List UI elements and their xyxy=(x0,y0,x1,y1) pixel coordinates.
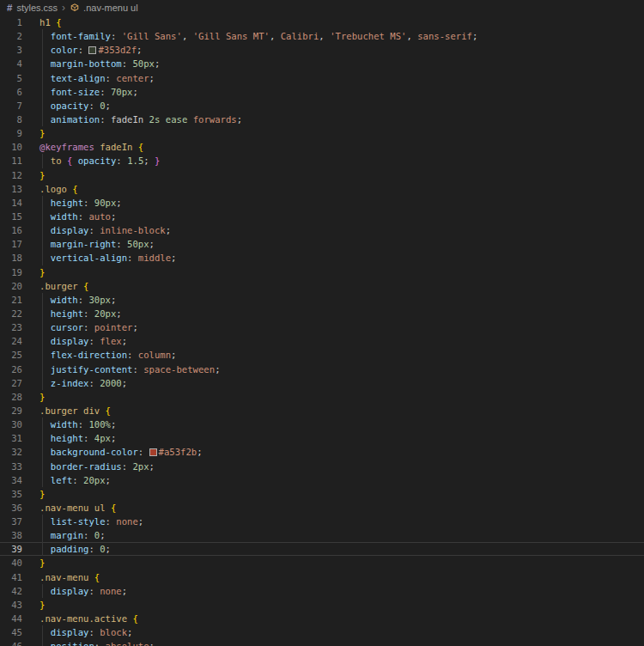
code-text[interactable]: .nav-menu.active { xyxy=(39,612,644,625)
code-text[interactable]: color: #353d2f; xyxy=(39,43,644,57)
code-text[interactable]: .nav-menu { xyxy=(39,570,644,584)
code-text[interactable]: @keyframes fadeIn { xyxy=(39,140,644,154)
line-number[interactable]: 16 xyxy=(0,223,39,237)
line-number[interactable]: 8 xyxy=(0,113,39,126)
code-text[interactable]: margin-bottom: 50px; xyxy=(39,57,644,70)
line-number[interactable]: 9 xyxy=(0,126,39,140)
code-line[interactable]: 45 display: block; xyxy=(0,625,644,639)
code-line[interactable]: 36.nav-menu ul { xyxy=(0,501,644,515)
code-text[interactable]: opacity: 0; xyxy=(39,99,644,113)
code-text[interactable]: } xyxy=(39,598,644,612)
line-number[interactable]: 25 xyxy=(0,348,39,362)
code-line[interactable]: 46 position: absolute; xyxy=(0,639,644,646)
code-text[interactable]: background-color: #a53f2b; xyxy=(39,445,644,459)
code-line[interactable]: 37 list-style: none; xyxy=(0,515,644,528)
code-line[interactable]: 30 width: 100%; xyxy=(0,417,644,431)
code-text[interactable]: padding: 0; xyxy=(39,542,644,556)
code-line[interactable]: 12} xyxy=(0,168,644,182)
code-text[interactable]: h1 { xyxy=(39,15,644,29)
code-line[interactable]: 20.burger { xyxy=(0,279,644,293)
code-text[interactable]: animation: fadeIn 2s ease forwards; xyxy=(39,113,644,126)
code-line[interactable]: 42 display: none; xyxy=(0,584,644,598)
line-number[interactable]: 4 xyxy=(0,57,39,70)
code-line[interactable]: 15 width: auto; xyxy=(0,210,644,223)
code-text[interactable]: text-align: center; xyxy=(39,71,644,85)
code-line[interactable]: 10@keyframes fadeIn { xyxy=(0,140,644,154)
line-number[interactable]: 32 xyxy=(0,445,39,459)
code-text[interactable]: } xyxy=(39,168,644,182)
code-line[interactable]: 31 height: 4px; xyxy=(0,431,644,445)
code-line[interactable]: 7 opacity: 0; xyxy=(0,99,644,113)
code-line[interactable]: 29.burger div { xyxy=(0,404,644,417)
line-number[interactable]: 6 xyxy=(0,85,39,99)
code-line[interactable]: 2 font-family: 'Gill Sans', 'Gill Sans M… xyxy=(0,29,644,43)
code-text[interactable]: border-radius: 2px; xyxy=(39,460,644,473)
code-text[interactable]: width: 30px; xyxy=(39,293,644,307)
code-line[interactable]: 38 margin: 0; xyxy=(0,528,644,542)
code-text[interactable]: cursor: pointer; xyxy=(39,320,644,334)
color-swatch[interactable] xyxy=(149,448,157,456)
code-line[interactable]: 3 color: #353d2f; xyxy=(0,43,644,57)
line-number[interactable]: 2 xyxy=(0,29,39,43)
code-line[interactable]: 26 justify-content: space-between; xyxy=(0,363,644,376)
code-text[interactable]: left: 20px; xyxy=(39,473,644,487)
code-text[interactable]: flex-direction: column; xyxy=(39,348,644,362)
code-line[interactable]: 1h1 { xyxy=(0,15,644,29)
line-number[interactable]: 46 xyxy=(0,639,39,646)
code-line[interactable]: 24 display: flex; xyxy=(0,334,644,348)
code-line[interactable]: 13.logo { xyxy=(0,182,644,196)
line-number[interactable]: 24 xyxy=(0,334,39,348)
line-number[interactable]: 27 xyxy=(0,376,39,390)
code-line[interactable]: 25 flex-direction: column; xyxy=(0,348,644,362)
code-line[interactable]: 35} xyxy=(0,487,644,501)
line-number[interactable]: 14 xyxy=(0,196,39,210)
code-text[interactable]: } xyxy=(39,556,644,570)
code-line[interactable]: 14 height: 90px; xyxy=(0,196,644,210)
line-number[interactable]: 33 xyxy=(0,460,39,473)
line-number[interactable]: 20 xyxy=(0,279,39,293)
code-line[interactable]: 21 width: 30px; xyxy=(0,293,644,307)
code-text[interactable]: } xyxy=(39,390,644,404)
line-number[interactable]: 41 xyxy=(0,570,39,584)
line-number[interactable]: 26 xyxy=(0,363,39,376)
line-number[interactable]: 31 xyxy=(0,431,39,445)
line-number[interactable]: 15 xyxy=(0,210,39,223)
code-line[interactable]: 18 vertical-align: middle; xyxy=(0,251,644,265)
line-number[interactable]: 40 xyxy=(0,556,39,570)
line-number[interactable]: 36 xyxy=(0,501,39,515)
line-number[interactable]: 7 xyxy=(0,99,39,113)
code-line[interactable]: 11 to { opacity: 1.5; } xyxy=(0,154,644,168)
code-text[interactable]: font-family: 'Gill Sans', 'Gill Sans MT'… xyxy=(39,29,644,43)
code-text[interactable]: list-style: none; xyxy=(39,515,644,528)
line-number[interactable]: 35 xyxy=(0,487,39,501)
code-text[interactable]: .burger div { xyxy=(39,404,644,417)
code-line[interactable]: 28} xyxy=(0,390,644,404)
code-line[interactable]: 27 z-index: 2000; xyxy=(0,376,644,390)
code-text[interactable]: width: auto; xyxy=(39,210,644,223)
line-number[interactable]: 23 xyxy=(0,320,39,334)
code-text[interactable]: margin: 0; xyxy=(39,528,644,542)
code-text[interactable]: z-index: 2000; xyxy=(39,376,644,390)
code-line[interactable]: 32 background-color: #a53f2b; xyxy=(0,445,644,459)
code-text[interactable]: vertical-align: middle; xyxy=(39,251,644,265)
code-text[interactable]: position: absolute; xyxy=(39,639,644,646)
breadcrumb-file[interactable]: # styles.css xyxy=(7,3,58,13)
code-line[interactable]: 43} xyxy=(0,598,644,612)
line-number[interactable]: 12 xyxy=(0,168,39,182)
line-number[interactable]: 13 xyxy=(0,182,39,196)
line-number[interactable]: 39 xyxy=(0,542,39,556)
line-number[interactable]: 45 xyxy=(0,625,39,639)
code-text[interactable]: height: 20px; xyxy=(39,307,644,320)
line-number[interactable]: 42 xyxy=(0,584,39,598)
code-line[interactable]: 8 animation: fadeIn 2s ease forwards; xyxy=(0,113,644,126)
code-line[interactable]: 40} xyxy=(0,556,644,570)
code-line[interactable]: 33 border-radius: 2px; xyxy=(0,460,644,473)
line-number[interactable]: 38 xyxy=(0,528,39,542)
code-text[interactable]: display: block; xyxy=(39,625,644,639)
line-number[interactable]: 29 xyxy=(0,404,39,417)
code-text[interactable]: width: 100%; xyxy=(39,417,644,431)
code-line[interactable]: 44.nav-menu.active { xyxy=(0,612,644,625)
line-number[interactable]: 22 xyxy=(0,307,39,320)
line-number[interactable]: 28 xyxy=(0,390,39,404)
code-line[interactable]: 34 left: 20px; xyxy=(0,473,644,487)
